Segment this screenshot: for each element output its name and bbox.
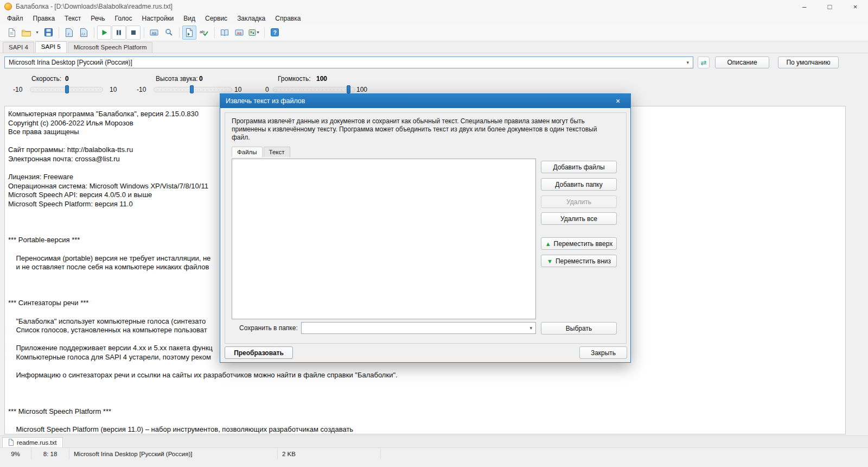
status-empty [381,448,868,459]
extract-text-dialog: Извлечь текст из файлов × Программа извл… [220,93,631,363]
file-tab-bar: readme.rus.txt [0,436,868,447]
delete-button[interactable]: Удалить [541,195,617,208]
pronunciation-button[interactable]: АБ [232,26,246,40]
svg-text:?: ? [273,30,276,36]
voice-default-button[interactable]: По умолчанию [778,56,839,68]
open-file-button[interactable] [19,26,33,40]
speed-slider[interactable] [30,87,103,92]
save-file-button[interactable] [41,26,55,40]
spellcheck-button[interactable]: ab [197,26,211,40]
voice-description-button[interactable]: Описание [715,56,769,68]
extract-text-button[interactable] [182,26,196,40]
status-voice: Microsoft Irina Desktop [Русский (Россия… [69,448,278,459]
volume-slider[interactable] [273,87,355,92]
file-list[interactable] [232,159,536,319]
tab-speech-platform[interactable]: Microsoft Speech Platform [68,42,153,53]
pitch-slider-thumb[interactable] [190,85,194,93]
volume-max: 100 [356,86,367,93]
convert-button[interactable]: Преобразовать [225,346,293,359]
add-files-button[interactable]: Добавить файлы [541,161,617,173]
pitch-slider[interactable] [154,87,232,92]
minimize-icon: – [802,3,806,11]
toolbar-separator [179,27,180,38]
slider-ticks [277,90,352,90]
menu-edit[interactable]: Правка [28,13,60,24]
chevron-down-icon: ▾ [686,60,689,65]
help-button[interactable]: ? [267,26,282,40]
play-icon [100,29,108,36]
search-button[interactable]: АБ [147,26,161,40]
status-voice-value: Microsoft Irina Desktop [Русский (Россия… [74,451,192,457]
open-file-menu-button[interactable]: ▾ [34,26,41,40]
svg-text:АБ: АБ [152,31,157,35]
move-down-button[interactable]: ▼ Переместить вниз [541,255,617,267]
dialog-tab-text[interactable]: Текст [264,147,290,157]
menu-speech[interactable]: Речь [86,13,110,24]
magnifier-button[interactable] [162,26,176,40]
svg-text:♪: ♪ [67,30,70,36]
refresh-voices-button[interactable]: ⇄ [698,56,710,68]
save-audio-button[interactable]: ♪ [62,26,76,40]
split-audio-icon: ♪♪ [80,28,88,37]
status-progress: 9% [0,448,31,459]
file-icon [8,439,14,446]
toolbar-separator [144,27,144,38]
search-text-icon: АБ [150,29,158,36]
play-button[interactable] [97,26,111,40]
delete-all-button[interactable]: Удалить все [541,212,617,225]
menu-view[interactable]: Вид [178,13,200,24]
maximize-icon: □ [828,3,832,11]
speed-slider-thumb[interactable] [65,85,69,93]
voice-selected: Microsoft Irina Desktop [Русский (Россия… [9,59,132,66]
skins-menu-button[interactable]: ▾ [247,26,261,40]
window-controls: – □ × [792,0,868,13]
dialog-close-footer-button[interactable]: Закрыть [579,346,627,359]
pause-button[interactable] [112,26,126,40]
dialog-title: Извлечь текст из файлов [226,97,305,105]
close-button[interactable]: × [843,0,868,13]
voice-combobox[interactable]: Microsoft Irina Desktop [Русский (Россия… [4,56,693,68]
add-folder-button[interactable]: Добавить папку [541,178,617,191]
chevron-down-icon: ▾ [529,325,532,331]
move-up-label: Переместить вверх [554,240,613,248]
tab-sapi4[interactable]: SAPI 4 [3,42,34,53]
maximize-button[interactable]: □ [817,0,843,13]
file-tab[interactable]: readme.rus.txt [2,437,63,447]
menu-bookmark[interactable]: Закладка [232,13,270,24]
menu-service[interactable]: Сервис [200,13,232,24]
dialog-close-button[interactable]: × [611,97,625,105]
app-icon [4,3,12,10]
save-audio-icon: ♪ [65,28,73,37]
split-audio-button[interactable]: ♪♪ [76,26,91,40]
volume-min: 0 [265,86,269,93]
skins-icon [248,29,257,36]
dictionary-button[interactable] [218,26,232,40]
dialog-tabs: Файлы Текст [232,147,291,157]
minimize-button[interactable]: – [792,0,817,13]
save-folder-combobox[interactable]: ▾ [301,322,536,334]
spellcheck-icon: ab [200,28,208,36]
move-up-button[interactable]: ▲ Переместить вверх [541,237,617,250]
dialog-tab-files[interactable]: Файлы [232,147,263,157]
choose-folder-button[interactable]: Выбрать [541,322,617,335]
menu-voice[interactable]: Голос [110,13,137,24]
dialog-description: Программа извлечёт данные из документов … [232,117,598,142]
speed-label: Скорость: [31,75,61,83]
menu-settings[interactable]: Настройки [137,13,178,24]
pitch-min: -10 [137,86,146,93]
toolbar-separator [264,27,265,38]
dialog-title-bar[interactable]: Извлечь текст из файлов × [220,94,630,108]
new-file-button[interactable] [4,26,18,40]
stop-icon [130,29,137,36]
menu-help[interactable]: Справка [270,13,305,24]
toolbar-separator [214,27,215,38]
menu-text[interactable]: Текст [60,13,86,24]
menu-file[interactable]: Файл [2,13,28,24]
volume-slider-thumb[interactable] [347,85,350,93]
stop-button[interactable] [126,26,141,40]
toolbar-separator [59,27,59,38]
tab-sapi5[interactable]: SAPI 5 [35,41,67,53]
status-caret-position: 8: 18 [31,448,69,459]
volume-value: 100 [316,75,327,83]
pronunciation-icon: АБ [235,29,244,36]
